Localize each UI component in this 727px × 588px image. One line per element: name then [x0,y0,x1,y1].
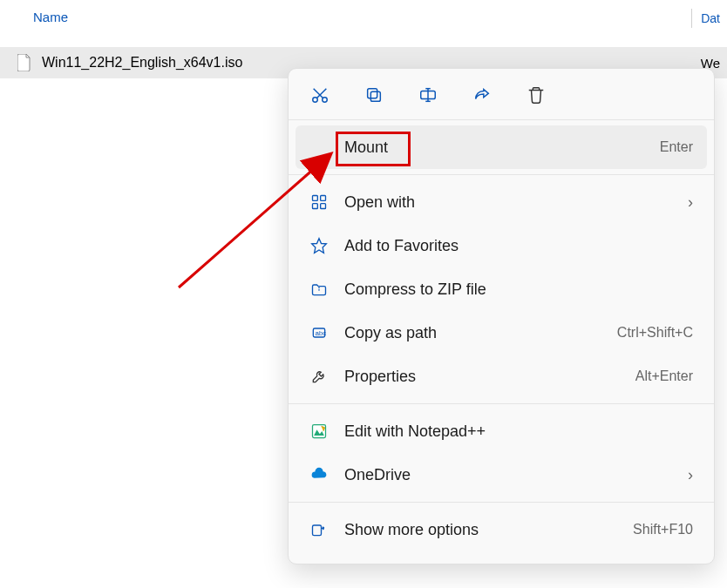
menu-label-properties: Properties [344,368,635,386]
notepadpp-icon [309,422,329,441]
menu-item-more-options[interactable]: Show more options Shift+F10 [296,508,707,551]
rename-icon[interactable] [418,84,438,105]
svg-rect-5 [368,89,377,98]
wrench-icon [309,367,329,386]
menu-shortcut-more-options: Shift+F10 [633,522,693,537]
column-header-row: Name [0,0,727,35]
menu-label-copy-path: Copy as path [344,324,617,342]
share-icon[interactable] [472,84,493,105]
svg-point-0 [313,98,318,103]
menu-shortcut-mount: Enter [660,139,693,155]
menu-label-open-with: Open with [344,193,688,212]
copy-icon[interactable] [364,84,384,105]
menu-item-copy-path[interactable]: abc Copy as path Ctrl+Shift+C [296,311,707,355]
more-options-icon [309,520,329,539]
svg-point-1 [323,98,328,103]
svg-text:abc: abc [316,329,326,337]
svg-rect-4 [370,91,380,101]
svg-rect-20 [313,525,322,536]
onedrive-icon [309,465,329,484]
column-header-name[interactable]: Name [33,10,727,24]
cut-icon[interactable] [309,84,330,105]
delete-icon[interactable] [526,84,547,105]
menu-label-notepadpp: Edit with Notepad++ [344,422,693,441]
menu-item-compress[interactable]: Compress to ZIP file [296,267,707,311]
menu-section-2: Open with › Add to Favorites Compress to… [289,175,714,403]
column-header-date[interactable]: Dat [691,9,727,28]
menu-section-1: Mount Enter [289,120,714,174]
copy-path-icon: abc [309,323,329,342]
svg-rect-11 [321,196,326,201]
svg-rect-10 [313,196,318,201]
menu-section-3: Edit with Notepad++ OneDrive › [289,404,714,502]
context-menu: Mount Enter Open with › Add to Favorites… [288,68,715,564]
quick-actions-bar [289,69,714,119]
svg-rect-12 [313,204,318,209]
menu-item-properties[interactable]: Properties Alt+Enter [296,355,707,398]
open-with-icon [309,193,329,212]
svg-rect-13 [321,204,326,209]
menu-shortcut-properties: Alt+Enter [635,368,693,384]
menu-label-more-options: Show more options [344,521,633,539]
chevron-right-icon: › [688,466,693,484]
menu-item-favorites[interactable]: Add to Favorites [296,224,707,267]
svg-marker-14 [312,239,327,253]
menu-label-onedrive: OneDrive [344,466,688,484]
menu-item-notepadpp[interactable]: Edit with Notepad++ [296,409,707,453]
chevron-right-icon: › [688,193,693,212]
menu-item-mount[interactable]: Mount Enter [296,125,707,169]
star-icon [309,236,329,255]
menu-section-4: Show more options Shift+F10 [289,503,714,557]
zip-icon [309,280,329,299]
menu-item-open-with[interactable]: Open with › [296,180,707,224]
menu-label-favorites: Add to Favorites [344,237,693,255]
menu-item-onedrive[interactable]: OneDrive › [296,453,707,497]
file-icon [17,54,31,71]
menu-label-mount: Mount [344,139,660,157]
file-name: Win11_22H2_English_x64v1.iso [42,55,242,71]
menu-label-compress: Compress to ZIP file [344,280,693,299]
menu-shortcut-copy-path: Ctrl+Shift+C [617,325,693,341]
